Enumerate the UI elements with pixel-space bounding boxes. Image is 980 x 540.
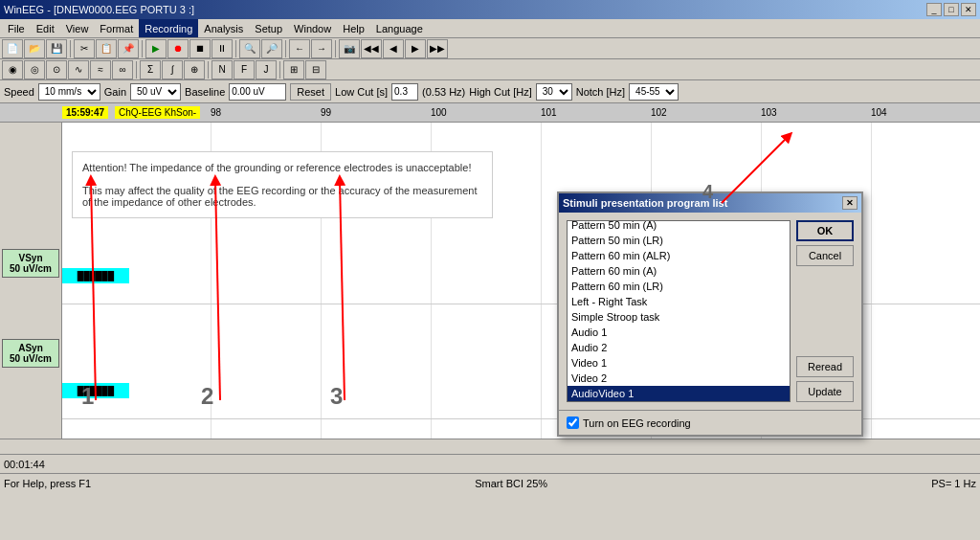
dialog-body: Pattern 40 min (A)Pattern 40 min (LR)Pat… [559, 213, 861, 410]
eeg-checkbox[interactable] [567, 416, 579, 429]
stimuli-item[interactable]: Pattern 60 min (LR) [568, 279, 790, 294]
stimuli-dialog: Stimuli presentation program list ✕ Patt… [557, 191, 863, 437]
stimuli-item[interactable]: Pattern 60 min (ALR) [568, 248, 790, 263]
reread-button[interactable]: Reread [796, 356, 854, 377]
stimuli-item[interactable]: AudioVideo 1 [568, 386, 790, 401]
stimuli-item[interactable]: Video 2 [568, 371, 790, 386]
stimuli-item[interactable]: Audio 1 [568, 325, 790, 340]
stimuli-list[interactable]: Pattern 40 min (A)Pattern 40 min (LR)Pat… [567, 220, 791, 402]
dialog-title-bar: Stimuli presentation program list ✕ [559, 193, 861, 213]
stimuli-item[interactable]: Simple Stroop task [568, 309, 790, 325]
stimuli-item[interactable]: Pattern 60 min (A) [568, 263, 790, 279]
dialog-close-button[interactable]: ✕ [842, 196, 858, 210]
update-button[interactable]: Update [796, 381, 854, 402]
stimuli-item[interactable]: AudioVideo 2 [568, 401, 790, 402]
stimuli-item[interactable]: Video 1 [568, 355, 790, 371]
eeg-checkbox-label: Turn on EEG recording [583, 417, 691, 429]
dialog-overlay: Stimuli presentation program list ✕ Patt… [0, 0, 980, 540]
stimuli-item[interactable]: Pattern 50 min (LR) [568, 233, 790, 248]
ok-button[interactable]: OK [796, 220, 854, 241]
dialog-footer: Turn on EEG recording [559, 410, 861, 435]
dialog-title: Stimuli presentation program list [563, 197, 727, 209]
stimuli-item[interactable]: Audio 2 [568, 340, 790, 355]
stimuli-item[interactable]: Pattern 50 min (A) [568, 220, 790, 233]
dialog-buttons: OK Cancel Reread Update [796, 220, 854, 402]
cancel-button[interactable]: Cancel [796, 245, 854, 266]
stimuli-item[interactable]: Left - Right Task [568, 294, 790, 309]
